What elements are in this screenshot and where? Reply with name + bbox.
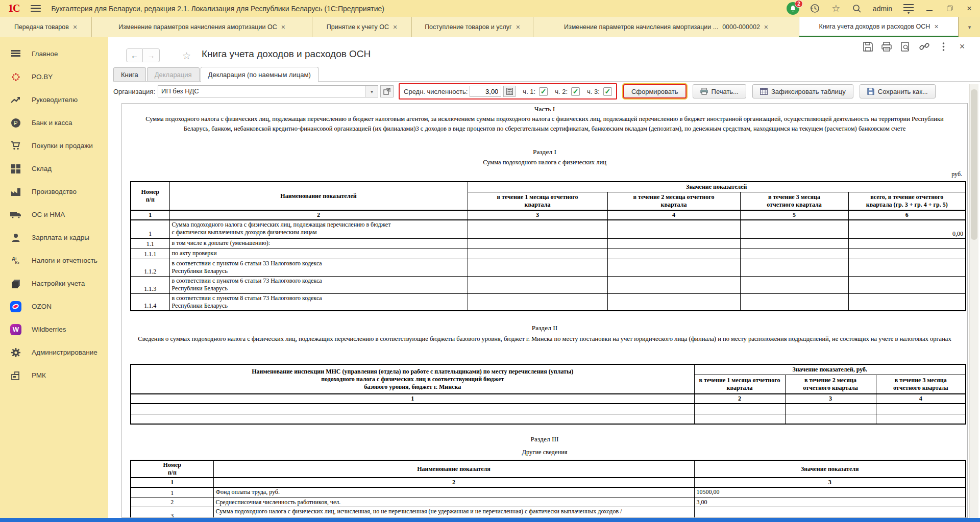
section3-subtitle: Другие сведения <box>122 449 967 456</box>
quarter2-checkbox[interactable]: ✓ <box>571 87 580 96</box>
link-icon[interactable] <box>919 41 929 52</box>
subtab-kniga[interactable]: Книга <box>113 67 146 81</box>
subtab-deklaratsiya-naemnye[interactable]: Декларация (по наемным лицам) <box>201 67 318 82</box>
add-to-favorites-icon[interactable]: ☆ <box>182 50 191 62</box>
poby-dots-icon <box>10 71 21 83</box>
section1-title: Раздел I <box>122 148 967 156</box>
factory-icon <box>10 186 21 197</box>
col-header-number: Номер п/п <box>131 460 213 478</box>
service-menu-icon[interactable]: ▾ <box>903 3 914 14</box>
sidebar-item-rukovoditelyu[interactable]: Руководителю <box>0 88 108 111</box>
sidebar-item-glavnoe[interactable]: Главное <box>0 42 108 65</box>
dropdown-icon[interactable]: ▾ <box>365 86 378 97</box>
calculator-icon[interactable] <box>503 86 516 97</box>
vertical-scrollbar-thumb[interactable] <box>971 89 977 240</box>
favorites-star-icon[interactable]: ☆ <box>831 4 841 14</box>
sidebar-item-ozon[interactable]: OZON <box>0 295 108 318</box>
col-header-total: всего, в течение отчетного квартала (гр.… <box>848 192 966 210</box>
more-actions-icon[interactable] <box>938 41 948 52</box>
tab-prinyatie-k-uchetu[interactable]: Принятие к учету ОС× <box>312 17 412 37</box>
avg-headcount-input[interactable] <box>470 86 501 97</box>
table-row: 1.1.2в соответствии с пунктом 6 статьи 3… <box>131 259 966 276</box>
minimize-button[interactable] <box>925 4 934 13</box>
1c-logo: 1С <box>8 3 19 14</box>
subtab-deklaratsiya[interactable]: Декларация <box>147 67 200 81</box>
app-title: Бухгалтерия для Беларуси, редакция 2.1. … <box>51 5 384 13</box>
forward-button[interactable]: → <box>143 48 160 62</box>
tab-postuplenie-tovarov[interactable]: Поступление товаров и услуг× <box>412 17 533 37</box>
sidebar-item-os-i-nma[interactable]: ОС и НМА <box>0 203 108 226</box>
close-tab-icon[interactable]: × <box>73 23 77 31</box>
page-title: Книга учета доходов и расходов ОСН <box>202 48 371 60</box>
sidebar-item-administrirovanie[interactable]: Администрирование <box>0 341 108 364</box>
organization-label: Организация: <box>113 88 155 95</box>
person-icon <box>10 232 21 243</box>
section2-table: Наименование инспекции МНС (управления (… <box>130 364 966 425</box>
table-row: 1Фонд оплаты труда, руб.10500,00 <box>131 487 966 498</box>
quarter3-checkbox[interactable]: ✓ <box>603 87 612 96</box>
ruble-circle-icon: P <box>10 117 21 129</box>
table-row-empty <box>131 414 966 424</box>
section2-title: Раздел II <box>122 324 967 332</box>
sidebar-item-wildberries[interactable]: W Wildberries <box>0 318 108 341</box>
close-tab-icon[interactable]: × <box>516 23 520 31</box>
sidebar-item-sklad[interactable]: Склад <box>0 157 108 180</box>
tab-kniga-ucheta-active[interactable]: Книга учета доходов и расходов ОСН× <box>799 17 959 37</box>
tab-list-dropdown-icon[interactable]: ▾ <box>959 17 980 37</box>
search-icon[interactable] <box>852 4 862 14</box>
title-bar: 1С Бухгалтерия для Беларуси, редакция 2.… <box>0 0 980 17</box>
tab-izmenenie-parametrov-os[interactable]: Изменение параметров начисления амортиза… <box>92 17 312 37</box>
wildberries-logo-icon: W <box>10 324 21 335</box>
close-tab-icon[interactable]: × <box>393 23 397 31</box>
sidebar-item-bank-i-kassa[interactable]: P Банк и касса <box>0 111 108 134</box>
group-header: Значение показателей <box>468 182 966 192</box>
quarter1-label: ч. 1: <box>523 88 535 95</box>
generate-button[interactable]: Сформировать <box>623 84 687 98</box>
save-as-button[interactable]: Сохранить как... <box>860 84 936 98</box>
save-icon[interactable] <box>863 41 873 52</box>
table-row: 2Среднесписочная численность работников,… <box>131 498 966 507</box>
report-toolbar: Организация: ИП без НДС ▾ Средн. численн… <box>113 83 962 100</box>
print-icon[interactable] <box>881 41 892 52</box>
sidebar-item-rmk[interactable]: РМК <box>0 364 108 387</box>
close-tab-icon[interactable]: × <box>281 23 285 31</box>
col-header-value: Значение показателя <box>694 460 966 478</box>
ozon-logo-icon <box>10 301 21 312</box>
vertical-scrollbar[interactable] <box>969 84 978 518</box>
tab-peredacha-tovarov[interactable]: Передача товаров× <box>0 17 92 37</box>
sidebar-item-poby[interactable]: PO.BY <box>0 65 108 88</box>
close-tab-icon[interactable]: × <box>764 23 768 31</box>
current-user[interactable]: admin <box>873 5 892 13</box>
table-row: 1.1в том числе к доплате (уменьшению): <box>131 238 966 248</box>
history-icon[interactable] <box>810 4 820 14</box>
organization-select[interactable]: ИП без НДС ▾ <box>158 85 378 97</box>
document-number: 0000-000002 <box>722 23 760 31</box>
open-organization-button[interactable] <box>380 85 394 97</box>
print-button[interactable]: Печать... <box>693 84 746 98</box>
tab-izmenenie-parametrov-2[interactable]: Изменение параметров начисления амортиза… <box>533 17 799 37</box>
sidebar-item-nalogi[interactable]: ДтКт Налоги и отчетность <box>0 249 108 272</box>
close-form-icon[interactable]: × <box>957 41 967 52</box>
quarter1-checkbox[interactable]: ✓ <box>539 87 548 96</box>
part1-title: Часть I <box>122 105 967 113</box>
report-subtabs: Книга Декларация Декларация (по наемным … <box>113 66 980 82</box>
gear-icon <box>10 347 21 358</box>
fix-table-button[interactable]: Зафиксировать таблицу <box>752 84 853 98</box>
taskbar-strip <box>0 518 980 522</box>
table-row: 1.1.4в соответствии с пунктом 8 статьи 7… <box>131 293 966 311</box>
column-numbers-row: 123456 <box>131 210 966 220</box>
close-window-button[interactable]: × <box>965 4 974 13</box>
close-tab-icon[interactable]: × <box>934 22 938 31</box>
restore-button[interactable] <box>945 4 954 13</box>
sidebar-item-pokupki-i-prodazhi[interactable]: Покупки и продажи <box>0 134 108 157</box>
empty-cell <box>131 414 694 424</box>
notifications-bell-icon[interactable]: 2 <box>787 2 799 15</box>
main-menu-icon[interactable] <box>31 4 41 14</box>
sidebar-item-proizvodstvo[interactable]: Производство <box>0 180 108 203</box>
sidebar-item-nastroiki-ucheta[interactable]: Настройки учета <box>0 272 108 295</box>
preview-icon[interactable] <box>900 41 911 52</box>
column-numbers-row: 1234 <box>131 394 966 404</box>
back-button[interactable]: ← <box>126 48 143 62</box>
sidebar-item-zarplata-i-kadry[interactable]: Зарплата и кадры <box>0 226 108 249</box>
section1-table: Номер п/п Наименование показателей Значе… <box>130 181 966 311</box>
